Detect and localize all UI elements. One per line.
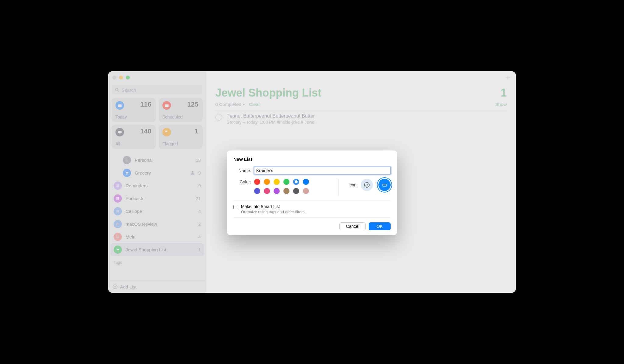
color-swatch[interactable] bbox=[283, 188, 289, 194]
name-label: Name: bbox=[233, 168, 251, 173]
list-row-jewel-shopping-list[interactable]: Jewel Shopping List 1 bbox=[111, 243, 204, 256]
card-label: All bbox=[115, 141, 120, 146]
color-swatch[interactable] bbox=[303, 188, 309, 194]
list-name-input[interactable] bbox=[254, 167, 391, 175]
list-count: 4 bbox=[198, 234, 201, 239]
list-name: Grocery bbox=[135, 170, 190, 175]
completed-count: 0 Completed bbox=[215, 102, 241, 107]
smile-icon bbox=[363, 182, 370, 188]
card-count: 116 bbox=[140, 101, 151, 108]
list-icon bbox=[114, 194, 122, 203]
color-swatch[interactable] bbox=[293, 179, 299, 185]
svg-rect-49 bbox=[383, 184, 386, 186]
svg-point-38 bbox=[116, 236, 117, 237]
color-swatch[interactable] bbox=[293, 188, 299, 194]
list-count: 9 bbox=[198, 170, 201, 175]
tags-header: Tags bbox=[108, 256, 206, 267]
list-icon bbox=[123, 169, 131, 177]
svg-point-4 bbox=[126, 159, 126, 159]
svg-point-12 bbox=[192, 171, 193, 173]
color-swatch[interactable] bbox=[274, 188, 280, 194]
svg-point-19 bbox=[116, 197, 117, 198]
card-label: Today bbox=[115, 115, 127, 119]
sidebar: Search 116 Today 125 Scheduled 140 All 1… bbox=[108, 71, 206, 293]
svg-rect-17 bbox=[117, 185, 119, 186]
svg-rect-30 bbox=[117, 212, 119, 212]
ok-button[interactable]: OK bbox=[369, 222, 391, 230]
card-all[interactable]: 140 All bbox=[112, 125, 156, 149]
list-name: Jewel Shopping List bbox=[126, 247, 198, 252]
svg-rect-1 bbox=[118, 104, 121, 105]
svg-point-13 bbox=[116, 184, 117, 185]
color-swatch[interactable] bbox=[264, 188, 270, 194]
color-label: Color: bbox=[233, 179, 251, 184]
svg-point-26 bbox=[116, 211, 117, 211]
add-list-button[interactable]: Add List bbox=[108, 281, 206, 293]
reminder-row[interactable]: Peanut Butterpeanut Butterpeanut Butter … bbox=[206, 110, 516, 128]
list-name: macOS Review bbox=[126, 221, 198, 227]
color-swatch[interactable] bbox=[274, 179, 280, 185]
zoom-window-button[interactable] bbox=[126, 76, 130, 80]
minimize-window-button[interactable] bbox=[119, 76, 123, 80]
svg-rect-18 bbox=[117, 186, 119, 187]
cancel-button[interactable]: Cancel bbox=[339, 222, 366, 230]
card-today[interactable]: 116 Today bbox=[112, 98, 156, 122]
svg-point-48 bbox=[367, 184, 368, 185]
card-count: 140 bbox=[140, 127, 151, 135]
color-swatch[interactable] bbox=[264, 179, 270, 185]
svg-rect-16 bbox=[117, 184, 119, 185]
plus-circle-icon bbox=[112, 284, 118, 289]
svg-rect-23 bbox=[117, 198, 119, 198]
show-completed-button[interactable]: Show bbox=[495, 102, 507, 107]
list-row-personal[interactable]: Personal 18 bbox=[120, 154, 204, 166]
svg-rect-42 bbox=[117, 238, 119, 238]
list-row-grocery[interactable]: Grocery 9 bbox=[120, 166, 204, 179]
close-window-button[interactable] bbox=[112, 76, 116, 80]
search-input[interactable]: Search bbox=[112, 85, 203, 94]
svg-rect-36 bbox=[117, 225, 119, 225]
color-swatch[interactable] bbox=[254, 179, 260, 185]
svg-point-46 bbox=[364, 182, 370, 188]
svg-point-27 bbox=[116, 212, 117, 212]
emoji-picker-button[interactable] bbox=[361, 179, 373, 191]
list-name: Calliope bbox=[126, 209, 198, 214]
svg-rect-28 bbox=[117, 210, 119, 210]
svg-point-11 bbox=[128, 174, 128, 174]
list-row-calliope[interactable]: Calliope 4 bbox=[111, 205, 204, 217]
svg-point-32 bbox=[116, 224, 117, 224]
svg-rect-50 bbox=[383, 185, 386, 185]
summary-cards: 116 Today 125 Scheduled 140 All 1 Flagge… bbox=[108, 98, 206, 152]
list-row-macos-review[interactable]: macOS Review 2 bbox=[111, 217, 204, 230]
color-swatch[interactable] bbox=[303, 179, 309, 185]
list-count: 18 bbox=[196, 157, 201, 163]
add-reminder-button[interactable]: ＋ bbox=[504, 72, 512, 82]
svg-rect-41 bbox=[117, 236, 119, 237]
list-name: Reminders bbox=[126, 183, 198, 188]
list-count: 1 bbox=[198, 247, 201, 252]
smart-list-checkbox[interactable] bbox=[233, 205, 238, 209]
list-row-podcasts[interactable]: Podcasts 21 bbox=[111, 192, 204, 205]
color-swatch[interactable] bbox=[254, 188, 260, 194]
complete-checkbox[interactable] bbox=[215, 114, 222, 121]
card-count: 125 bbox=[187, 101, 198, 108]
card-label: Flagged bbox=[162, 141, 178, 146]
svg-rect-9 bbox=[126, 161, 128, 161]
list-icon bbox=[114, 220, 122, 228]
list-row-mela[interactable]: Mela 4 bbox=[111, 230, 204, 243]
list-row-reminders[interactable]: Reminders 9 bbox=[111, 179, 204, 192]
selected-icon-button[interactable] bbox=[378, 179, 391, 191]
svg-rect-24 bbox=[117, 199, 119, 200]
list-count: 2 bbox=[198, 221, 201, 227]
list-section: Personal 18 Grocery 9 Reminders 9 Podcas… bbox=[108, 152, 206, 256]
list-name: Personal bbox=[135, 157, 196, 163]
card-flagged[interactable]: 1 Flagged bbox=[159, 125, 203, 149]
svg-point-20 bbox=[116, 198, 117, 199]
svg-point-21 bbox=[116, 199, 117, 200]
card-scheduled[interactable]: 125 Scheduled bbox=[159, 98, 203, 122]
color-swatch[interactable] bbox=[283, 179, 289, 185]
list-count: 9 bbox=[198, 183, 201, 188]
list-icon bbox=[114, 182, 122, 190]
app-window: Search 116 Today 125 Scheduled 140 All 1… bbox=[108, 71, 516, 293]
reminder-title: Peanut Butterpeanut Butterpeanut Butter bbox=[226, 113, 315, 119]
clear-completed-button[interactable]: Clear bbox=[249, 102, 260, 107]
